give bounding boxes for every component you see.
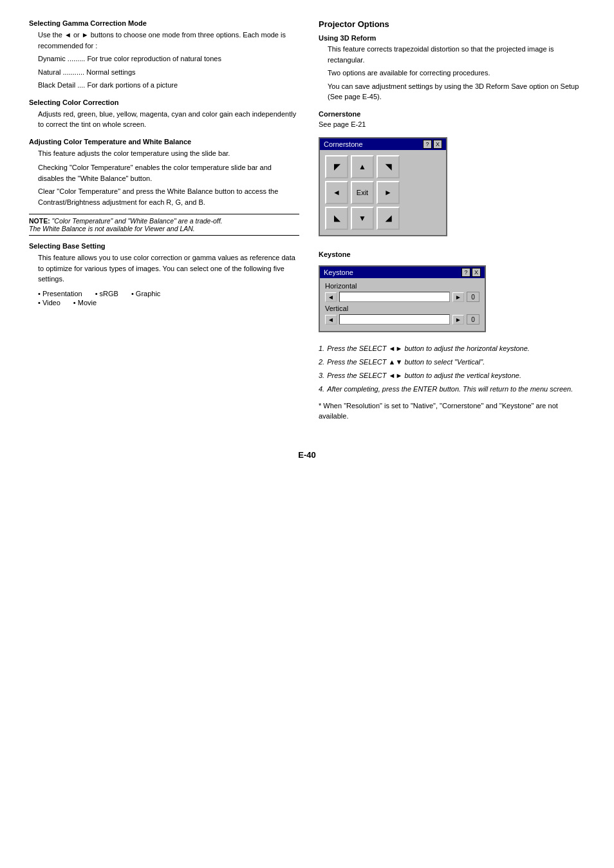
cornerstone-label: Cornerstone bbox=[319, 110, 585, 118]
cornerstone-botcenter-btn[interactable]: ▼ bbox=[351, 207, 374, 230]
keystone-titlebar-btns: ? X bbox=[461, 268, 481, 277]
main-layout: Selecting Gamma Correction Mode Use the … bbox=[29, 19, 585, 424]
cornerstone-exit-btn[interactable]: Exit bbox=[351, 181, 374, 204]
horizontal-slider[interactable] bbox=[339, 292, 450, 302]
keystone-section: Keystone Keystone ? X Horizontal ◄ bbox=[319, 250, 585, 422]
cornerstone-topright-btn[interactable]: ◥ bbox=[377, 155, 400, 178]
cornerstone-section: Cornerstone See page E-21 Cornerstone ? … bbox=[319, 110, 585, 242]
color-temp-section: Adjusting Color Temperature and White Ba… bbox=[29, 138, 299, 208]
horizontal-right-arrow[interactable]: ► bbox=[452, 292, 464, 302]
keystone-step-2-text: Press the SELECT ▲▼ button to select "Ve… bbox=[327, 357, 485, 368]
cornerstone-topleft-btn[interactable]: ◤ bbox=[325, 155, 348, 178]
gamma-p1: Use the ◄ or ► buttons to choose one mod… bbox=[38, 30, 299, 51]
color-temp-p2: Checking "Color Temperature" enables the… bbox=[38, 162, 299, 184]
left-column: Selecting Gamma Correction Mode Use the … bbox=[29, 19, 299, 424]
cornerstone-dialog: Cornerstone ? X ◤ ▲ ◥ ◄ Exit ► ◣ bbox=[319, 137, 447, 236]
keystone-steps: 1. Press the SELECT ◄► button to adjust … bbox=[319, 344, 585, 395]
bullet-srgb: • sRGB bbox=[95, 290, 118, 297]
keystone-step-4: 4. After completing, press the ENTER but… bbox=[319, 384, 585, 395]
vertical-right-arrow[interactable]: ► bbox=[452, 315, 464, 325]
vertical-row: ◄ ► 0 bbox=[325, 314, 479, 325]
horizontal-left-arrow[interactable]: ◄ bbox=[325, 292, 337, 302]
bullet-presentation: • Presentation bbox=[38, 290, 82, 297]
color-correction-body: Adjusts red, green, blue, yellow, magent… bbox=[38, 109, 299, 130]
keystone-note-text: When "Resolution" is set to "Native", "C… bbox=[319, 402, 558, 420]
keystone-step-2: 2. Press the SELECT ▲▼ button to select … bbox=[319, 357, 585, 368]
cornerstone-close-btn[interactable]: X bbox=[433, 140, 442, 149]
3d-reform-p3: You can save adjustment settings by usin… bbox=[328, 81, 585, 102]
bullet-row-1: • Presentation • sRGB • Graphic bbox=[38, 290, 299, 297]
bullet-row-2: • Video • Movie bbox=[38, 299, 299, 307]
cornerstone-titlebar-btns: ? X bbox=[423, 140, 442, 149]
3d-reform-p2: Two options are available for correcting… bbox=[328, 68, 585, 79]
gamma-black: Black Detail .... For dark portions of a… bbox=[38, 80, 299, 91]
3d-reform-p1: This feature corrects trapezoidal distor… bbox=[328, 44, 585, 65]
keystone-dialog-title: Keystone bbox=[324, 269, 353, 276]
horizontal-label: Horizontal bbox=[325, 282, 479, 290]
gamma-section: Selecting Gamma Correction Mode Use the … bbox=[29, 19, 299, 91]
keystone-titlebar: Keystone ? X bbox=[320, 267, 485, 278]
gamma-natural: Natural ........... Normal settings bbox=[38, 67, 299, 78]
keystone-close-btn[interactable]: X bbox=[472, 268, 481, 277]
projector-options-title: Projector Options bbox=[319, 19, 585, 29]
keystone-star-note: * When "Resolution" is set to "Native", … bbox=[319, 401, 585, 422]
cornerstone-see-page: See page E-21 bbox=[319, 119, 585, 130]
color-correction-section: Selecting Color Correction Adjusts red, … bbox=[29, 99, 299, 130]
keystone-body: Horizontal ◄ ► 0 Vertical ◄ ► 0 bbox=[320, 278, 485, 331]
gamma-title: Selecting Gamma Correction Mode bbox=[29, 19, 299, 27]
vertical-label: Vertical bbox=[325, 305, 479, 312]
cornerstone-midright-btn[interactable]: ► bbox=[377, 181, 400, 204]
using-3d-reform-section: Using 3D Reform This feature corrects tr… bbox=[319, 34, 585, 102]
gamma-dynamic: Dynamic ......... For true color reprodu… bbox=[38, 53, 299, 64]
keystone-step-1-text: Press the SELECT ◄► button to adjust the… bbox=[327, 344, 530, 354]
cornerstone-help-btn[interactable]: ? bbox=[423, 140, 432, 149]
base-setting-bullets: • Presentation • sRGB • Graphic • Video … bbox=[38, 290, 299, 307]
keystone-step-3-text: Press the SELECT ◄► button to adjust the… bbox=[327, 371, 521, 381]
keystone-label: Keystone bbox=[319, 250, 585, 258]
vertical-slider[interactable] bbox=[339, 314, 450, 325]
keystone-dialog: Keystone ? X Horizontal ◄ ► 0 bbox=[319, 265, 486, 332]
right-column: Projector Options Using 3D Reform This f… bbox=[319, 19, 585, 424]
note-text: "Color Temperature" and "White Balance" … bbox=[29, 217, 223, 232]
cornerstone-botright-btn[interactable]: ◢ bbox=[377, 207, 400, 230]
cornerstone-midleft-btn[interactable]: ◄ bbox=[325, 181, 348, 204]
vertical-value: 0 bbox=[467, 314, 479, 325]
note-bold: NOTE: "Color Temperature" and "White Bal… bbox=[29, 217, 223, 232]
bullet-graphic: • Graphic bbox=[131, 290, 160, 297]
color-correction-title: Selecting Color Correction bbox=[29, 99, 299, 106]
vertical-left-arrow[interactable]: ◄ bbox=[325, 315, 337, 325]
using-3d-reform-title: Using 3D Reform bbox=[319, 34, 585, 42]
cornerstone-dialog-title: Cornerstone bbox=[324, 140, 363, 148]
page: Selecting Gamma Correction Mode Use the … bbox=[0, 0, 614, 868]
keystone-step-1: 1. Press the SELECT ◄► button to adjust … bbox=[319, 344, 585, 354]
color-temp-p1: This feature adjusts the color temperatu… bbox=[38, 148, 299, 159]
horizontal-row: ◄ ► 0 bbox=[325, 292, 479, 302]
color-temp-title: Adjusting Color Temperature and White Ba… bbox=[29, 138, 299, 146]
horizontal-value: 0 bbox=[467, 292, 479, 302]
bullet-movie: • Movie bbox=[73, 299, 97, 307]
base-setting-title: Selecting Base Setting bbox=[29, 242, 299, 250]
note-box: NOTE: "Color Temperature" and "White Bal… bbox=[29, 214, 299, 236]
base-setting-section: Selecting Base Setting This feature allo… bbox=[29, 242, 299, 307]
cornerstone-titlebar: Cornerstone ? X bbox=[320, 138, 446, 150]
keystone-step-3: 3. Press the SELECT ◄► button to adjust … bbox=[319, 371, 585, 381]
bullet-video: • Video bbox=[38, 299, 60, 307]
keystone-help-btn[interactable]: ? bbox=[461, 268, 470, 277]
cornerstone-botleft-btn[interactable]: ◣ bbox=[325, 207, 348, 230]
page-number: E-40 bbox=[29, 450, 585, 460]
cornerstone-grid: ◤ ▲ ◥ ◄ Exit ► ◣ ▼ ◢ bbox=[320, 150, 446, 235]
keystone-step-4-text: After completing, press the ENTER button… bbox=[327, 384, 573, 395]
cornerstone-topcenter-btn[interactable]: ▲ bbox=[351, 155, 374, 178]
base-setting-body: This feature allows you to use color cor… bbox=[38, 252, 299, 285]
color-temp-p3: Clear "Color Temperature" and press the … bbox=[38, 186, 299, 207]
